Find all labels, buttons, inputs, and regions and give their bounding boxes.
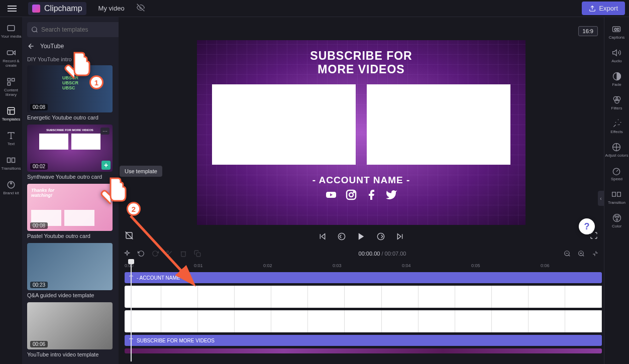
svg-rect-3 [8, 51, 13, 55]
back-to-youtube[interactable]: YouTube [27, 42, 114, 50]
text-track[interactable]: SUBSCRIBE FOR MORE VIDEOS [125, 335, 602, 346]
undo-icon[interactable] [138, 250, 145, 257]
search-input[interactable] [41, 26, 117, 33]
upload-icon [589, 5, 596, 12]
twitter-icon [385, 189, 397, 201]
background-track[interactable] [125, 348, 602, 353]
arrow-left-icon [27, 42, 35, 50]
expand-panel-handle[interactable]: ‹ [598, 191, 604, 206]
svg-point-17 [32, 27, 37, 32]
svg-rect-14 [12, 158, 15, 163]
svg-point-45 [613, 168, 620, 175]
app-logo[interactable]: Clipchamp [28, 2, 86, 15]
svg-marker-35 [397, 234, 401, 239]
copy-icon[interactable] [194, 250, 201, 257]
tool-audio[interactable]: Audio [611, 48, 621, 63]
svg-rect-5 [8, 78, 10, 81]
social-icons [197, 189, 526, 201]
svg-rect-47 [612, 192, 616, 196]
templates-panel: YouTube DIY YouTube intro UBSCRUBSCRUBSC… [22, 17, 119, 364]
subcategory-label: DIY YouTube intro [27, 56, 114, 62]
tool-captions[interactable]: CCCaptions [609, 24, 625, 40]
svg-rect-6 [12, 78, 15, 81]
svg-line-18 [36, 31, 38, 33]
add-template-button[interactable]: + [101, 161, 111, 170]
tool-fade[interactable]: Fade [612, 71, 622, 87]
clipchamp-logo-icon [32, 5, 40, 13]
skip-forward-icon[interactable] [396, 232, 404, 240]
svg-rect-7 [8, 83, 10, 85]
timeline-ruler[interactable]: 0:00 0:01 0:02 0:03 0:04 0:05 0:06 [125, 261, 604, 270]
rail-brand-kit[interactable]: Brand kit [3, 180, 19, 195]
svg-rect-8 [8, 107, 15, 114]
template-card[interactable]: 00:06 YouTube intro video template [27, 302, 114, 357]
preview-area: 16:9 SUBSCRIBE FORMORE VIDEOS - ACCOUNT … [119, 17, 604, 246]
svg-marker-33 [359, 233, 364, 240]
menu-button[interactable] [4, 1, 20, 17]
rail-transitions[interactable]: Transitions [2, 155, 21, 171]
rail-content-library[interactable]: Content library [0, 77, 22, 97]
tool-adjust-colors[interactable]: Adjust colors [605, 142, 628, 158]
step-back-icon[interactable] [338, 232, 346, 240]
video-placeholder [212, 84, 356, 165]
visibility-icon[interactable] [137, 4, 145, 14]
svg-point-16 [10, 183, 12, 184]
redo-icon[interactable] [152, 250, 159, 257]
sparkle-icon[interactable] [124, 250, 131, 257]
timeline: 00:00.00 / 00:07.00 0:00 0:01 0:02 0:03 … [119, 246, 604, 364]
playhead[interactable] [131, 261, 132, 361]
search-icon [31, 26, 38, 33]
tool-transition[interactable]: Transition [608, 189, 625, 205]
svg-point-50 [614, 216, 616, 217]
instagram-icon [345, 189, 357, 201]
template-card-selected[interactable]: SUBSCRIBE FOR MORE VIDEOS ⋯ 00:02 + Synt… [27, 125, 114, 180]
svg-point-52 [616, 219, 617, 220]
template-card[interactable]: UBSCRUBSCRUBSC 00:08 Energetic Youtube o… [27, 65, 114, 120]
app-name: Clipchamp [44, 4, 82, 13]
use-template-tooltip: Use template [120, 166, 162, 177]
zoom-in-icon[interactable] [578, 250, 585, 257]
svg-line-46 [616, 170, 618, 171]
svg-point-43 [614, 99, 618, 103]
delete-icon[interactable] [180, 250, 187, 257]
step-forward-icon[interactable] [377, 232, 385, 240]
play-button[interactable] [357, 232, 366, 241]
svg-line-58 [569, 255, 570, 257]
skip-back-icon[interactable] [319, 232, 327, 240]
rail-your-media[interactable]: Your media [1, 23, 21, 39]
rail-text[interactable]: Text [6, 131, 16, 146]
svg-marker-39 [612, 50, 616, 56]
svg-point-54 [167, 255, 169, 257]
search-box[interactable] [27, 22, 119, 37]
svg-rect-2 [8, 26, 15, 31]
help-button[interactable]: ? [579, 218, 595, 234]
tool-color[interactable]: Color [612, 213, 622, 228]
rail-templates[interactable]: Templates [2, 106, 20, 122]
preview-canvas[interactable]: SUBSCRIBE FORMORE VIDEOS - ACCOUNT NAME … [197, 40, 526, 225]
template-card[interactable]: Thanks forwatching! 00:08 Pastel Youtube… [27, 184, 114, 239]
tool-filters[interactable]: Filters [611, 95, 622, 110]
aspect-ratio-selector[interactable]: 16:9 [578, 26, 598, 36]
facebook-icon [365, 189, 377, 201]
svg-marker-30 [322, 234, 325, 239]
media-track[interactable] [125, 286, 602, 308]
zoom-out-icon[interactable] [564, 250, 571, 257]
svg-text:CC: CC [614, 28, 619, 31]
template-card[interactable]: 00:23 Q&A guided video template [27, 243, 114, 298]
svg-point-26 [349, 193, 353, 197]
svg-rect-56 [196, 253, 200, 257]
media-track[interactable] [125, 310, 602, 332]
split-icon[interactable] [166, 250, 173, 257]
project-title[interactable]: My video [98, 5, 125, 12]
text-track[interactable]: - ACCOUNT NAME - [125, 272, 602, 283]
more-options-button[interactable]: ⋯ [100, 128, 110, 135]
tool-effects[interactable]: Effects [610, 118, 622, 134]
zoom-fit-icon[interactable] [592, 250, 599, 257]
svg-point-27 [354, 192, 355, 193]
tool-speed[interactable]: Speed [611, 166, 622, 181]
video-placeholder [367, 84, 510, 165]
crop-button[interactable] [125, 231, 134, 242]
export-button[interactable]: Export [582, 2, 625, 15]
rail-record[interactable]: Record & create [0, 48, 22, 68]
svg-line-61 [583, 255, 584, 257]
